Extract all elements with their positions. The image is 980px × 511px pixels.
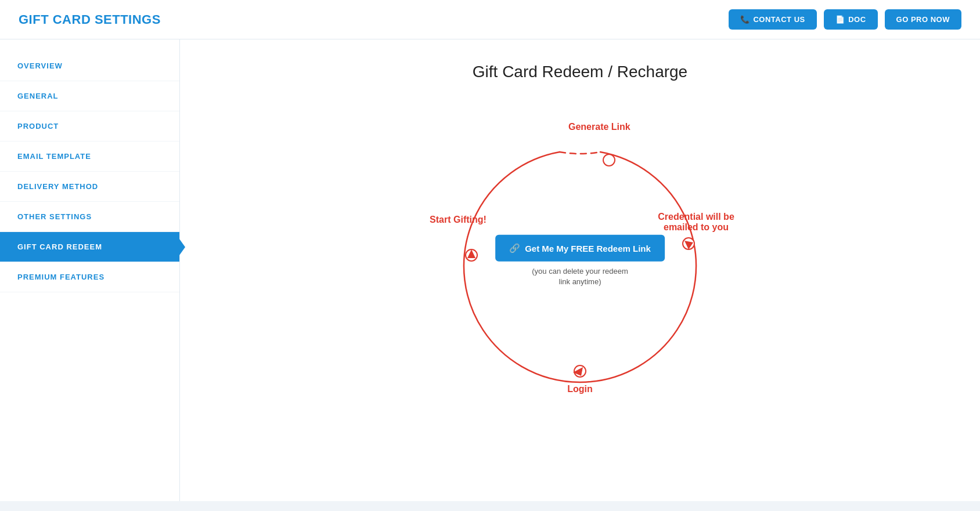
sidebar-item-premium-features[interactable]: PREMIUM FEATURES (0, 262, 179, 292)
header-buttons: 📞 CONTACT US 📄 DOC GO PRO NOW (729, 9, 961, 30)
generate-link-label: Generate Link (568, 122, 630, 132)
doc-icon: 📄 (835, 15, 845, 24)
svg-point-0 (603, 154, 615, 166)
sidebar-item-other-settings[interactable]: OTHER SETTINGS (0, 202, 179, 232)
login-label: Login (567, 384, 593, 394)
sidebar-item-product[interactable]: PRODUCT (0, 111, 179, 142)
contact-us-button[interactable]: 📞 CONTACT US (729, 9, 817, 30)
sidebar-item-delivery-method[interactable]: DELIVERY METHOD (0, 172, 179, 202)
redeem-diagram: Generate Link Credential will be emailed… (429, 110, 731, 412)
main-content: Gift Card Redeem / Recharge (180, 39, 980, 501)
sidebar-item-general[interactable]: GENERAL (0, 81, 179, 111)
start-gifting-label: Start Gifting! (423, 215, 493, 225)
sidebar-item-gift-card-redeem[interactable]: GIFT CARD REDEEM (0, 232, 179, 262)
sidebar-item-overview[interactable]: OVERVIEW (0, 51, 179, 81)
link-icon: 🔗 (509, 243, 520, 253)
redeem-sub-text: (you can delete your redeem link anytime… (495, 266, 665, 287)
sidebar: OVERVIEW GENERAL PRODUCT EMAIL TEMPLATE … (0, 39, 180, 501)
diagram-center: 🔗 Get Me My FREE Redeem Link (you can de… (495, 235, 665, 287)
phone-icon: 📞 (740, 15, 750, 24)
sidebar-item-email-template[interactable]: EMAIL TEMPLATE (0, 142, 179, 172)
get-redeem-link-button[interactable]: 🔗 Get Me My FREE Redeem Link (495, 235, 665, 262)
go-pro-button[interactable]: GO PRO NOW (885, 9, 961, 30)
content-title: Gift Card Redeem / Recharge (473, 63, 687, 81)
credential-label: Credential will be emailed to you (650, 212, 743, 233)
page-title: GIFT CARD SETTINGS (19, 12, 161, 27)
main-layout: OVERVIEW GENERAL PRODUCT EMAIL TEMPLATE … (0, 39, 980, 501)
header: GIFT CARD SETTINGS 📞 CONTACT US 📄 DOC GO… (0, 0, 980, 39)
doc-button[interactable]: 📄 DOC (824, 9, 878, 30)
